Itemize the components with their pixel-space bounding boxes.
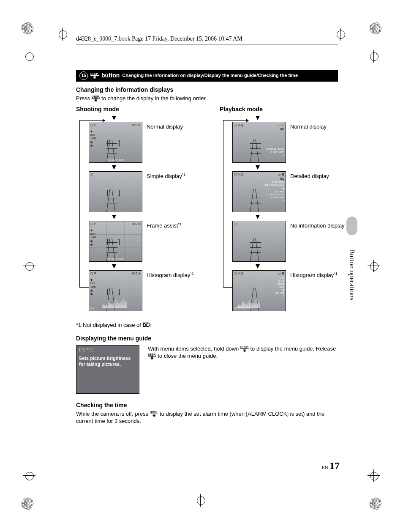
lcd-preview: ▢ bbox=[232, 221, 286, 262]
heading-menu-guide: Displaying the menu guide bbox=[76, 335, 338, 343]
heading-checking-time: Checking the time bbox=[76, 401, 338, 409]
menu-guide-text: With menu items selected, hold down DISP… bbox=[148, 345, 338, 360]
ladder-graphic bbox=[248, 139, 262, 162]
playback-step-none: ▢ No information display bbox=[232, 221, 346, 262]
ladder-graphic bbox=[104, 189, 118, 212]
disp-button-icon: DISP.◉ bbox=[240, 346, 249, 352]
lcd-top-left: ▢ [×1] bbox=[234, 173, 243, 181]
footnote-text: *1 Not displayed in case of bbox=[76, 322, 143, 328]
time-text-a: While the camera is off, press bbox=[76, 411, 150, 417]
lcd-preview: ▢ [×1]▭ ☰ HQ F3.5 1/1000 +2.0 ✱ ISO 400 … bbox=[232, 270, 286, 311]
shooting-step-histogram: ▢ P+2.0 ⊕ ✱ ISO 1600 ▣ ▣ [ ] HQ Histogra… bbox=[89, 270, 203, 311]
cycle-return-arrow bbox=[79, 120, 105, 121]
shooting-mode-title: Shooting mode bbox=[76, 105, 203, 113]
crop-ornament bbox=[368, 496, 383, 511]
section-description: Changing the information on display/Disp… bbox=[122, 72, 298, 79]
arrow-down-icon bbox=[112, 215, 116, 219]
arrow-down-icon bbox=[256, 264, 260, 269]
menu-text-c: to close the menu guide. bbox=[156, 353, 218, 359]
menu-guide-preview: ESP/▢ Sets picture brightness for taking… bbox=[76, 345, 139, 394]
registration-mark bbox=[368, 260, 380, 272]
shooting-step-frame: ▢ P+2.0 ⊕ ✱ ISO 1600 ▣ ▣ [ ] HQ 3072×230… bbox=[89, 221, 203, 262]
playback-step-detailed: ▢ [×1]▭ ☰ HQ 3072×2304 F3.5 1/1000 +2.0 … bbox=[232, 171, 346, 212]
shooting-step-simple: ▢ [ ] Simple display*1 bbox=[89, 171, 203, 212]
disp-button-icon: DISP.◉ bbox=[148, 353, 156, 360]
lcd-preview: ▢ [ ] bbox=[89, 171, 142, 212]
ladder-graphic bbox=[248, 238, 262, 261]
step-label: Normal display bbox=[147, 124, 183, 130]
press-instruction: Press DISP.◉ to change the display in th… bbox=[76, 95, 338, 102]
playback-step-normal: ▢ [×1]▭ ☰ HQ '07.07.26 12:30 ▭ 100-0004 … bbox=[232, 122, 346, 163]
step-sup: *1 bbox=[190, 271, 194, 276]
section-title-bar: 15 DISP.◉ button Changing the informatio… bbox=[76, 70, 338, 82]
movie-icon: ⌦ bbox=[143, 322, 150, 328]
lcd-preview: ▢ [×1]▭ ☰ HQ 3072×2304 F3.5 1/1000 +2.0 … bbox=[232, 171, 286, 212]
shooting-mode-column: Shooting mode ▢ P+2.0 ⊕ ✱ ISO 1600 ▣ ▣ [… bbox=[76, 105, 203, 314]
registration-mark bbox=[368, 50, 380, 63]
lcd-preview: ▢ [×1]▭ ☰ HQ '07.07.26 12:30 ▭ 100-0004 … bbox=[232, 122, 286, 163]
step-label: Frame assist bbox=[147, 223, 178, 229]
lcd-preview: ▢ P+2.0 ⊕ ✱ ISO 1600 ▣ ▣ [ ] HQ bbox=[89, 270, 142, 311]
lcd-top-right: +2.0 ⊕ bbox=[131, 123, 141, 127]
lcd-top-right: ▭ ☰ HQ bbox=[278, 123, 284, 131]
lcd-top-right: +2.0 ⊕ bbox=[131, 271, 141, 275]
step-label: Simple display bbox=[147, 173, 182, 180]
lcd-top-left: ▢ P bbox=[90, 271, 96, 275]
section-number-icon: 15 bbox=[79, 71, 88, 80]
lcd-top-left: ▢ P bbox=[90, 222, 96, 226]
menu-guide-top: ESP/▢ bbox=[79, 347, 136, 353]
step-label: No information display bbox=[290, 223, 345, 229]
menu-text-a: With menu items selected, hold down bbox=[148, 346, 240, 352]
arrow-down-icon bbox=[112, 264, 116, 269]
lcd-preview: ▢ P+2.0 ⊕ ✱ ISO 1600 ▣ ▣ [ ] HQ 3072×230… bbox=[89, 221, 142, 262]
registration-mark bbox=[194, 494, 207, 507]
lcd-top-left: ▢ bbox=[90, 173, 93, 176]
disp-button-icon: DISP.◉ bbox=[92, 95, 100, 102]
lcd-top-left: ▢ P bbox=[90, 123, 96, 127]
lcd-right-info: HQ F3.5 1/1000 +2.0 ✱ ISO 400 4 bbox=[275, 277, 284, 298]
lcd-top-left: ▢ [×1] bbox=[234, 123, 243, 131]
cycle-return-line bbox=[223, 120, 223, 288]
step-label: Histogram display bbox=[290, 272, 334, 279]
ladder-graphic bbox=[248, 189, 262, 212]
disp-button-icon: DISP.◉ bbox=[90, 72, 99, 79]
step-label: Detailed display bbox=[290, 173, 329, 180]
lcd-bottom-text: HQ bbox=[90, 307, 141, 310]
arrow-down-icon bbox=[256, 165, 260, 170]
step-sup: *1 bbox=[178, 222, 182, 226]
arrow-down-icon bbox=[256, 215, 260, 219]
registration-mark bbox=[56, 28, 69, 41]
lcd-top-right: +2.0 ⊕ bbox=[131, 222, 141, 226]
side-tab-pill bbox=[346, 217, 357, 235]
lcd-top-right: ▭ ☰ HQ bbox=[278, 173, 284, 181]
playback-mode-column: Playback mode ▢ [×1]▭ ☰ HQ '07.07.26 12:… bbox=[220, 105, 346, 314]
lcd-left-icons: ✱ ISO 1600 ▣ ▣ bbox=[90, 278, 96, 295]
registration-mark bbox=[23, 469, 35, 482]
disp-button-icon: DISP.◉ bbox=[150, 411, 158, 417]
crop-ornament bbox=[368, 21, 383, 36]
page-num: 17 bbox=[329, 460, 340, 471]
crop-ornament bbox=[20, 496, 35, 511]
playback-step-histogram: ▢ [×1]▭ ☰ HQ F3.5 1/1000 +2.0 ✱ ISO 400 … bbox=[232, 270, 346, 311]
lcd-right-info: '07.07.26 12:30 ▭ 100-0004 4 bbox=[266, 148, 284, 157]
side-tab-label: Button operations bbox=[347, 249, 357, 300]
registration-mark bbox=[23, 50, 35, 63]
crop-ornament bbox=[20, 21, 35, 36]
footnote-end: . bbox=[150, 322, 152, 328]
page-number: EN 17 bbox=[322, 459, 340, 472]
menu-text-b: to display the menu guide. Release bbox=[249, 346, 336, 352]
step-sup: *1 bbox=[182, 173, 186, 177]
lcd-top-left: ▢ bbox=[234, 222, 237, 226]
lcd-bottom-text: '07.07.26 12:30 bbox=[234, 307, 284, 310]
lcd-bottom-text: HQ 3072×2304 bbox=[90, 158, 141, 162]
time-text: While the camera is off, press DISP.◉ to… bbox=[76, 410, 338, 425]
heading-changing-displays: Changing the information displays bbox=[76, 86, 338, 94]
arrow-down-icon bbox=[112, 165, 116, 170]
press-prefix: Press bbox=[76, 95, 92, 101]
cycle-return-arrow bbox=[223, 120, 248, 121]
cycle-return-line bbox=[79, 120, 80, 288]
arrow-down-icon bbox=[112, 116, 116, 120]
lcd-top-right: ▭ ☰ bbox=[278, 271, 284, 275]
book-header: d4328_e_0000_7.book Page 17 Friday, Dece… bbox=[76, 34, 338, 44]
lcd-preview: ▢ P+2.0 ⊕ ✱ ISO 1600 ▣ ▣ [ ] HQ 3072×230… bbox=[89, 122, 142, 163]
